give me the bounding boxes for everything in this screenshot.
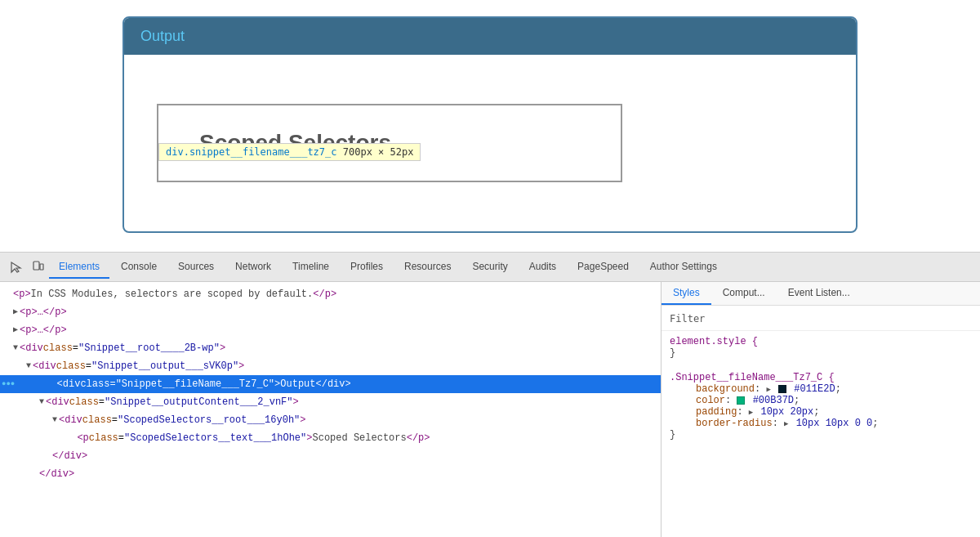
element-tooltip: div.snippet__filename___tz7_c 700px × 52… — [158, 143, 421, 161]
preview-area: Output div.snippet__filename___tz7_c 700… — [0, 0, 980, 252]
tab-timeline[interactable]: Timeline — [283, 256, 339, 279]
filter-label: Filter — [670, 313, 705, 324]
color-swatch-color — [737, 396, 745, 405]
dom-line[interactable]: ▼ <div class="Snippet__root____2B-wp"> — [0, 339, 661, 357]
snippet-rule-close: } — [670, 429, 675, 441]
output-label: Output — [140, 28, 185, 44]
dom-line[interactable]: ▼ <div class="Snippet__output___sVK0p"> — [0, 357, 661, 375]
output-header: Output — [124, 18, 856, 55]
tab-sources[interactable]: Sources — [168, 256, 224, 279]
styles-tab-event[interactable]: Event Listen... — [777, 282, 862, 305]
tab-security[interactable]: Security — [462, 256, 517, 279]
inspect-icon[interactable] — [7, 257, 26, 277]
elements-panel[interactable]: <p>In CSS Modules, selectors are scoped … — [0, 282, 662, 537]
styles-panel: Styles Comput... Event Listen... Filter … — [662, 282, 980, 537]
element-style-rule: element.style { } — [662, 331, 980, 364]
dom-line[interactable]: </div> — [0, 465, 661, 483]
dom-line[interactable]: ▶ <p>…</p> — [0, 303, 661, 321]
styles-tab-styles[interactable]: Styles — [662, 282, 711, 305]
css-prop-border-radius[interactable]: border-radius: ▶ 10px 10px 0 0; — [670, 418, 972, 429]
devtools-toolbar: Elements Console Sources Network Timelin… — [0, 253, 980, 282]
tab-elements[interactable]: Elements — [49, 256, 109, 279]
filter-area: Filter — [662, 306, 980, 331]
dom-line[interactable]: ▼ <div class="ScopedSelectors__root___16… — [0, 411, 661, 429]
devtools-panel: Elements Console Sources Network Timelin… — [0, 252, 980, 537]
css-prop-padding[interactable]: padding: ▶ 10px 20px; — [670, 406, 972, 418]
dom-line[interactable]: <p class="ScopedSelectors__text___1hOhe"… — [0, 429, 661, 447]
tab-pagespeed[interactable]: PageSpeed — [568, 256, 639, 279]
tab-audits[interactable]: Audits — [519, 256, 566, 279]
padding-value: 10px 20px — [760, 406, 813, 418]
color-swatch-bg — [778, 385, 786, 393]
styles-tab-computed[interactable]: Comput... — [711, 282, 777, 305]
css-prop-background[interactable]: background: ▶ #011E2D; — [670, 383, 972, 395]
tooltip-selector: div.snippet__filename___tz7_c — [166, 146, 337, 158]
preview-frame: Output div.snippet__filename___tz7_c 700… — [122, 16, 858, 233]
tab-resources[interactable]: Resources — [394, 256, 461, 279]
tab-network[interactable]: Network — [225, 256, 281, 279]
svg-rect-1 — [40, 264, 43, 270]
color-value: #00B37D — [753, 395, 794, 406]
tab-author-settings[interactable]: Author Settings — [640, 256, 727, 279]
tooltip-dimensions: 700px × 52px — [343, 146, 414, 158]
styles-tabs: Styles Comput... Event Listen... — [662, 282, 980, 306]
devtools-main: <p>In CSS Modules, selectors are scoped … — [0, 282, 980, 537]
element-style-selector: element.style { — [670, 336, 758, 347]
dom-line[interactable]: ▶ <p>…</p> — [0, 321, 661, 339]
snippet-css-rule: .Snippet__fileName___Tz7_C { background:… — [662, 367, 980, 445]
css-prop-color[interactable]: color: #00B37D; — [670, 395, 972, 406]
tab-profiles[interactable]: Profiles — [341, 256, 393, 279]
bg-value: #011E2D — [794, 383, 835, 395]
dom-line[interactable]: </div> — [0, 447, 661, 465]
snippet-rule-selector: .Snippet__fileName___Tz7_C { — [670, 372, 835, 383]
dom-line[interactable]: ▼ <div class="Snippet__outputContent___2… — [0, 393, 661, 411]
device-icon[interactable] — [28, 257, 47, 277]
element-style-close: } — [670, 347, 675, 359]
dom-line[interactable]: <p>In CSS Modules, selectors are scoped … — [0, 285, 661, 303]
border-radius-value: 10px 10px 0 0 — [796, 418, 873, 429]
svg-rect-0 — [33, 262, 39, 270]
dom-line-selected[interactable]: ●●● <div class="Snippet__fileName___Tz7_… — [0, 375, 661, 393]
tab-console[interactable]: Console — [111, 256, 167, 279]
